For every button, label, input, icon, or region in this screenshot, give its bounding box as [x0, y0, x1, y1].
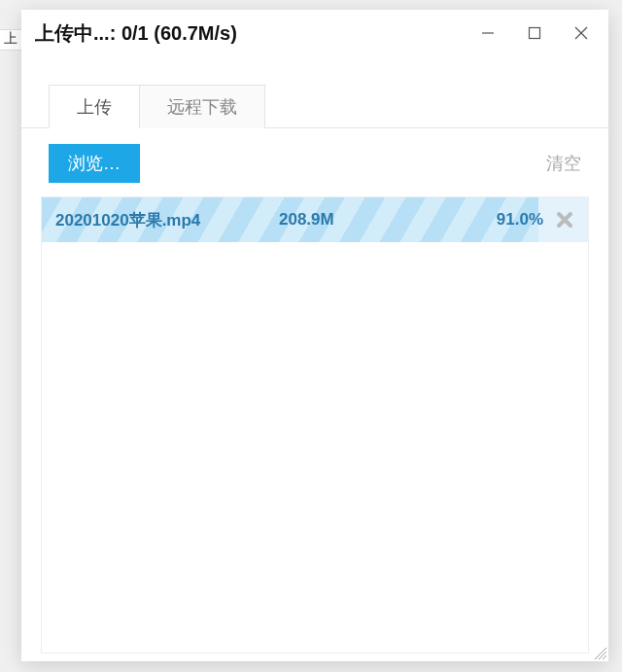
- resize-grip[interactable]: [591, 644, 606, 659]
- tab-upload[interactable]: 上传: [49, 85, 140, 128]
- svg-line-6: [603, 655, 606, 659]
- maximize-button[interactable]: [521, 19, 548, 47]
- svg-line-5: [599, 652, 606, 659]
- cancel-upload-button[interactable]: [555, 210, 574, 230]
- background-tab-hint: 上: [0, 29, 21, 51]
- upload-list: 20201020苹果.mp4 208.9M 91.0%: [41, 196, 589, 654]
- file-percent: 91.0%: [497, 210, 555, 230]
- tab-remote-download[interactable]: 远程下载: [140, 85, 265, 128]
- titlebar: 上传中...: 0/1 (60.7M/s): [21, 10, 608, 56]
- window-title: 上传中...: 0/1 (60.7M/s): [35, 20, 474, 47]
- upload-row[interactable]: 20201020苹果.mp4 208.9M 91.0%: [42, 197, 588, 242]
- file-size: 208.9M: [279, 210, 425, 230]
- minimize-button[interactable]: [474, 19, 501, 47]
- cancel-icon: [555, 210, 574, 230]
- file-name: 20201020苹果.mp4: [55, 209, 279, 231]
- upload-row-content: 20201020苹果.mp4 208.9M 91.0%: [42, 209, 588, 231]
- maximize-icon: [528, 26, 541, 40]
- resize-grip-icon: [591, 644, 606, 659]
- svg-rect-1: [530, 28, 540, 39]
- close-button[interactable]: [568, 19, 595, 47]
- minimize-icon: [481, 26, 495, 40]
- browse-button[interactable]: 浏览…: [49, 144, 140, 183]
- window-controls: [474, 19, 595, 47]
- clear-link[interactable]: 清空: [546, 152, 581, 175]
- toolbar: 浏览… 清空: [21, 128, 608, 196]
- upload-window: 上传中...: 0/1 (60.7M/s) 上传 远程下载 浏览… 清空 202…: [21, 10, 608, 661]
- tab-bar: 上传 远程下载: [21, 84, 608, 128]
- close-icon: [574, 26, 588, 40]
